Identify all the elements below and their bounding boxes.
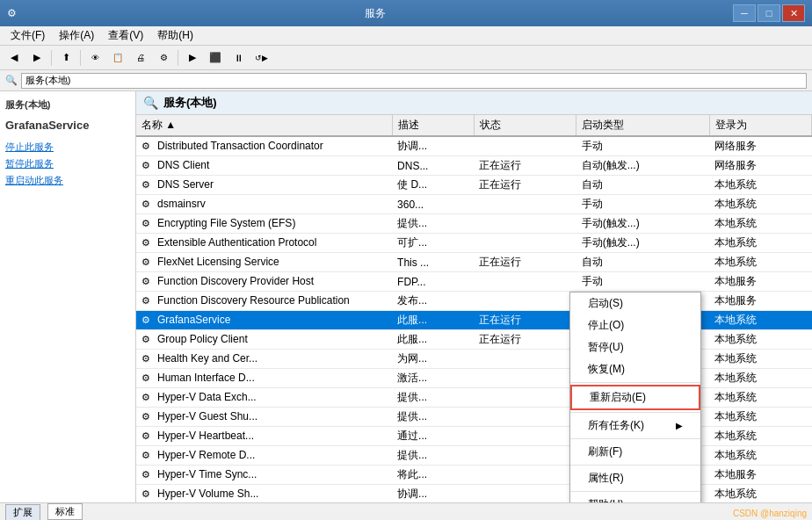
service-login-cell: 本地系统 (709, 388, 811, 408)
col-desc[interactable]: 描述 (392, 115, 474, 136)
close-button[interactable]: ✕ (782, 4, 805, 22)
stop-button[interactable]: ⬛ (205, 48, 226, 68)
toolbar-separator-1 (51, 50, 52, 66)
service-status-cell (474, 136, 576, 156)
service-name-cell: ⚙Extensible Authentication Protocol (136, 234, 392, 253)
service-desc-cell: 为网... (392, 350, 474, 369)
table-row[interactable]: ⚙Hyper-V Volume Sh...协调...手动(触发...)本地系统 (136, 485, 812, 501)
restart-service-link[interactable]: 重启动此服务 (4, 172, 132, 189)
menu-view[interactable]: 查看(V) (101, 26, 150, 45)
service-login-cell: 本地系统 (709, 369, 811, 388)
table-row[interactable]: ⚙Function Discovery Provider HostFDP...手… (136, 272, 812, 292)
service-desc-cell: 协调... (392, 485, 474, 501)
service-name-cell: ⚙Hyper-V Remote D... (136, 446, 392, 466)
table-row[interactable]: ⚙Group Policy Client此服...正在运行自动(触发...)本地… (136, 330, 812, 350)
service-name-cell: ⚙Hyper-V Heartbeat... (136, 427, 392, 446)
ctx-start[interactable]: 启动(S) (570, 292, 700, 314)
service-status-cell (474, 350, 576, 369)
table-row[interactable]: ⚙Hyper-V Guest Shu...提供...手动(触发...)本地系统 (136, 408, 812, 427)
table-row[interactable]: ⚙Hyper-V Remote D...提供...手动(触发...)本地系统 (136, 446, 812, 466)
app-icon: ⚙ (7, 7, 17, 19)
tab-standard[interactable]: 标准 (47, 503, 83, 520)
content-header-icon: 🔍 (143, 96, 158, 110)
service-desc-cell: 使 D... (392, 176, 474, 195)
ctx-stop[interactable]: 停止(O) (570, 314, 700, 336)
table-row[interactable]: ⚙Encrypting File System (EFS)提供...手动(触发.… (136, 214, 812, 234)
table-row[interactable]: ⚙dsmainsrv360...手动本地系统 (136, 195, 812, 214)
service-name-cell: ⚙Group Policy Client (136, 330, 392, 350)
copy-button[interactable]: 📋 (107, 48, 128, 68)
service-login-cell: 本地服务 (709, 292, 811, 311)
start-button[interactable]: ▶ (182, 48, 203, 68)
window-title: 服务 (17, 6, 733, 21)
ctx-all-tasks[interactable]: 所有任务(K) ▶ (570, 415, 700, 437)
service-login-cell: 本地服务 (709, 272, 811, 292)
minimize-button[interactable]: ─ (733, 4, 756, 22)
ctx-refresh[interactable]: 刷新(F) (570, 441, 700, 463)
table-row[interactable]: ⚙Health Key and Cer...为网...手动本地系统 (136, 350, 812, 369)
service-status-cell (474, 292, 576, 311)
service-login-cell: 网络服务 (709, 156, 811, 176)
service-name-cell: ⚙GrafanaService (136, 311, 392, 330)
table-row[interactable]: ⚙Human Interface D...激活...手动(触发...)本地系统 (136, 369, 812, 388)
ctx-help[interactable]: 帮助(H) (570, 494, 700, 502)
menu-file[interactable]: 文件(F) (4, 26, 52, 45)
window-controls: ─ □ ✕ (733, 4, 805, 22)
service-desc-cell: 360... (392, 195, 474, 214)
service-icon: ⚙ (141, 295, 154, 307)
service-icon: ⚙ (141, 276, 154, 288)
table-container[interactable]: 名称 ▲ 描述 状态 启动类型 登录为 ⚙Distributed Transac… (136, 115, 812, 500)
ctx-restart[interactable]: 重新启动(E) (570, 385, 700, 410)
table-row[interactable]: ⚙GrafanaService此服...正在运行自动本地系统 (136, 311, 812, 330)
print-button[interactable]: 🖨 (130, 48, 151, 68)
table-row[interactable]: ⚙DNS ClientDNS...正在运行自动(触发...)网络服务 (136, 156, 812, 176)
service-desc-cell: 此服... (392, 311, 474, 330)
pause-button[interactable]: ⏸ (228, 48, 249, 68)
services-table: 名称 ▲ 描述 状态 启动类型 登录为 ⚙Distributed Transac… (136, 115, 812, 500)
show-hide-button[interactable]: 👁 (84, 48, 105, 68)
service-name-cell: ⚙Hyper-V Volume Sh... (136, 485, 392, 501)
ctx-submenu-arrow: ▶ (676, 421, 683, 430)
stop-service-link[interactable]: 停止此服务 (4, 139, 132, 155)
col-login[interactable]: 登录为 (709, 115, 811, 136)
table-row[interactable]: ⚙Hyper-V Time Sync...将此...手动(触发...)本地服务 (136, 466, 812, 485)
service-desc-cell: 提供... (392, 408, 474, 427)
service-status-cell (474, 214, 576, 234)
menu-help[interactable]: 帮助(H) (150, 26, 200, 45)
restart-button[interactable]: ↺▶ (250, 48, 272, 68)
up-button[interactable]: ⬆ (55, 48, 76, 68)
service-icon: ⚙ (141, 218, 154, 230)
pause-service-link[interactable]: 暂停此服务 (4, 155, 132, 172)
address-label: 🔍 (5, 75, 18, 86)
ctx-pause[interactable]: 暂停(U) (570, 336, 700, 358)
table-row[interactable]: ⚙Hyper-V Data Exch...提供...手动(触发...)本地系统 (136, 388, 812, 408)
forward-button[interactable]: ▶ (26, 48, 47, 68)
ctx-sep-3 (570, 438, 700, 439)
ctx-resume[interactable]: 恢复(M) (570, 358, 700, 380)
menu-action[interactable]: 操作(A) (52, 26, 101, 45)
properties-button[interactable]: ⚙ (153, 48, 174, 68)
service-desc-cell: 通过... (392, 427, 474, 446)
table-row[interactable]: ⚙Distributed Transaction Coordinator协调..… (136, 136, 812, 156)
service-name-cell: ⚙Encrypting File System (EFS) (136, 214, 392, 234)
table-row[interactable]: ⚙Function Discovery Resource Publication… (136, 292, 812, 311)
col-name[interactable]: 名称 ▲ (136, 115, 392, 136)
col-startup[interactable]: 启动类型 (576, 115, 709, 136)
back-button[interactable]: ◀ (4, 48, 25, 68)
table-row[interactable]: ⚙FlexNet Licensing ServiceThis ...正在运行自动… (136, 253, 812, 272)
ctx-properties[interactable]: 属性(R) (570, 467, 700, 489)
tab-extend[interactable]: 扩展 (5, 504, 40, 520)
ctx-sep-2 (570, 412, 700, 413)
service-icon: ⚙ (141, 372, 154, 385)
maximize-button[interactable]: □ (758, 4, 780, 22)
service-name-cell: ⚙FlexNet Licensing Service (136, 253, 392, 272)
table-row[interactable]: ⚙Extensible Authentication Protocol可扩...… (136, 234, 812, 253)
col-status[interactable]: 状态 (474, 115, 576, 136)
ctx-start-label: 启动(S) (588, 296, 623, 311)
service-icon: ⚙ (141, 430, 154, 443)
ctx-pause-label: 暂停(U) (588, 340, 624, 355)
table-row[interactable]: ⚙Hyper-V Heartbeat...通过...手动(触发...)本地系统 (136, 427, 812, 446)
service-status-cell (474, 195, 576, 214)
table-row[interactable]: ⚙DNS Server使 D...正在运行自动本地系统 (136, 176, 812, 195)
address-input[interactable] (21, 73, 807, 89)
